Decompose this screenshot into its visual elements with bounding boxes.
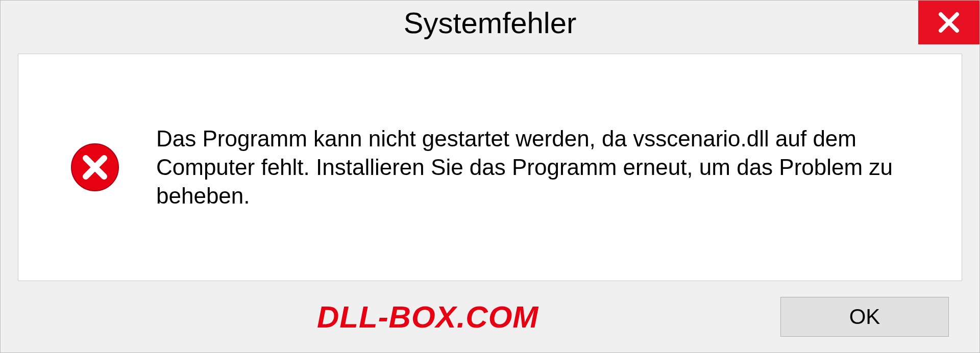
dialog-message: Das Programm kann nicht gestartet werden… <box>156 124 931 211</box>
watermark-text: DLL-BOX.COM <box>317 299 538 335</box>
close-icon <box>937 10 961 35</box>
error-icon <box>69 142 120 193</box>
ok-button[interactable]: OK <box>780 297 949 337</box>
dialog-footer: DLL-BOX.COM OK <box>1 281 979 352</box>
title-bar: Systemfehler <box>1 1 979 44</box>
dialog-content: Das Programm kann nicht gestartet werden… <box>18 54 962 281</box>
close-button[interactable] <box>918 1 979 44</box>
error-icon-wrapper <box>69 142 120 193</box>
error-dialog: Systemfehler Das Programm kann nicht ges… <box>0 0 980 353</box>
dialog-title: Systemfehler <box>404 6 576 40</box>
